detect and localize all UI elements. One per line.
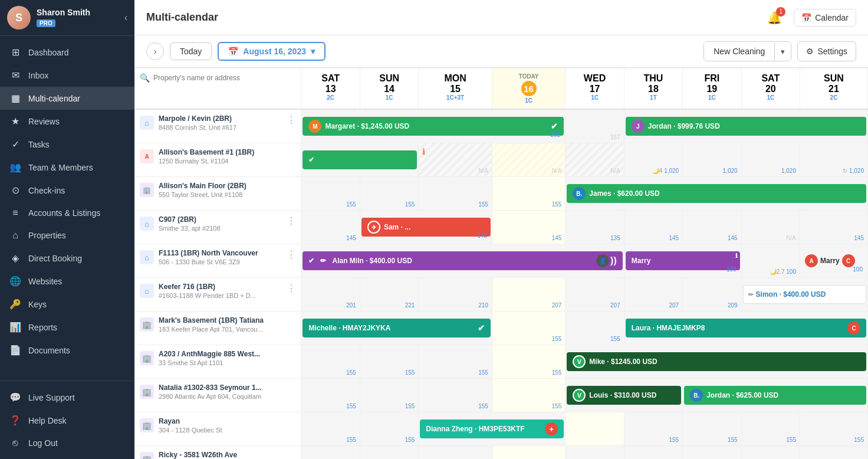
day-cell[interactable]: 155: [360, 412, 418, 446]
day-cell[interactable]: 155: [800, 412, 868, 446]
sidebar-item-reviews[interactable]: ★ Reviews: [0, 110, 134, 133]
day-cell[interactable]: 145: [492, 211, 565, 244]
sidebar-item-inbox[interactable]: ✉ Inbox: [0, 64, 134, 87]
prev-week-button[interactable]: ›: [146, 42, 164, 60]
sidebar-item-multicalendar[interactable]: ▦ Multi-calendar: [0, 87, 134, 110]
sidebar-item-keys[interactable]: 🔑 Keys: [0, 293, 134, 316]
booking-cell[interactable]: ✈ Sam · ... 145: [360, 211, 492, 244]
property-cell[interactable]: 🏢 Mark's Basement (1BR) Tatiana 183 Keef…: [135, 312, 301, 345]
day-cell[interactable]: N/A: [565, 143, 624, 177]
property-search-input[interactable]: [153, 74, 259, 82]
calendar-view-button[interactable]: 📅 Calendar: [794, 9, 856, 27]
booking-cell[interactable]: B. James · $620.00 USD: [565, 177, 868, 211]
day-cell[interactable]: 145: [301, 211, 360, 244]
new-cleaning-dropdown-button[interactable]: ▾: [774, 42, 791, 61]
sidebar-item-tasks[interactable]: ✓ Tasks: [0, 133, 134, 156]
sidebar-collapse-button[interactable]: ‹: [124, 12, 127, 23]
booking-cell[interactable]: ✔ ✏ Alan Miln · $400.00 USD 👤 )): [301, 244, 624, 278]
day-cell[interactable]: 155: [492, 446, 565, 460]
day-cell[interactable]: 155: [565, 312, 624, 345]
day-cell[interactable]: 🌙4 1,020: [624, 143, 682, 177]
calendar-scroll-area[interactable]: 🔍 SAT 13 2C SUN 14 1C: [134, 68, 868, 459]
property-cell[interactable]: ⌂ C907 (2BR) Smithe 33, apt #2108 ⋮: [135, 211, 301, 244]
day-cell[interactable]: 1,020: [683, 143, 741, 177]
property-cell[interactable]: ⌂ Marpole / Kevin (2BR) 8488 Cornish St,…: [135, 109, 301, 143]
property-menu-icon[interactable]: ⋮: [287, 283, 296, 294]
day-cell[interactable]: 155: [419, 177, 492, 211]
day-cell[interactable]: 201: [301, 278, 360, 312]
sidebar-item-helpdesk[interactable]: ❓ Help Desk: [0, 409, 134, 432]
property-menu-icon[interactable]: ⋮: [287, 215, 296, 227]
booking-cell[interactable]: V Mike · $1245.00 USD: [565, 345, 868, 379]
day-cell[interactable]: 155: [419, 446, 492, 460]
day-cell[interactable]: 155: [741, 446, 800, 460]
day-cell[interactable]: 155: [360, 446, 418, 460]
day-cell[interactable]: 155: [565, 446, 624, 460]
booking-cell[interactable]: M Margaret · $1,245.00 USD ✔ 202: [301, 109, 565, 143]
booking-cell[interactable]: B. Jordan · $625.00 USD: [683, 379, 868, 412]
day-cell[interactable]: 210: [419, 278, 492, 312]
sidebar-item-logout[interactable]: ⎋ Log Out: [0, 432, 134, 454]
property-cell[interactable]: 🏢 Rayan 304 - 1128 Quebec St: [135, 412, 301, 446]
property-cell[interactable]: 🏢 Ricky - 3581 W26th Ave 33 Smithe Stree…: [135, 446, 301, 460]
day-cell[interactable]: 155: [683, 412, 741, 446]
sidebar-item-dashboard[interactable]: ⊞ Dashboard: [0, 41, 134, 64]
day-cell[interactable]: 209: [683, 278, 741, 312]
day-cell[interactable]: 155: [360, 345, 418, 379]
day-cell[interactable]: 155: [419, 379, 492, 412]
day-cell[interactable]: 155: [492, 345, 565, 379]
day-cell[interactable]: 1,020: [741, 143, 800, 177]
day-cell[interactable]: 167: [565, 109, 624, 143]
booking-cell[interactable]: ✔: [301, 143, 419, 177]
day-cell[interactable]: 155: [360, 379, 418, 412]
date-picker-button[interactable]: 📅 August 16, 2023 ▾: [218, 42, 326, 61]
day-cell[interactable]: N/A: [492, 143, 565, 177]
sidebar-item-checkins[interactable]: ⊙ Check-ins: [0, 179, 134, 202]
day-cell[interactable]: 155: [624, 446, 682, 460]
booking-cell[interactable]: Dianna Zheng · HM3PE53KTF +: [419, 412, 565, 446]
day-cell[interactable]: 155: [492, 312, 565, 345]
sidebar-item-team[interactable]: 👥 Team & Members: [0, 156, 134, 179]
day-cell[interactable]: 207: [492, 278, 565, 312]
day-cell[interactable]: 155: [360, 177, 418, 211]
settings-button[interactable]: ⚙ Settings: [797, 41, 856, 61]
property-cell[interactable]: 🏢 Natalia #1302-833 Seymour 1... 2980 At…: [135, 379, 301, 412]
day-cell[interactable]: 207: [565, 278, 624, 312]
booking-cell[interactable]: Michelle · HMAY2JKYKA ✔: [301, 312, 492, 345]
day-cell[interactable]: 155: [800, 446, 868, 460]
day-cell[interactable]: 155: [301, 345, 360, 379]
sidebar-item-accounts[interactable]: ≡ Accounts & Listings: [0, 202, 134, 224]
booking-cell[interactable]: A Marry C 100: [800, 244, 868, 278]
day-cell[interactable]: 155: [301, 379, 360, 412]
notification-button[interactable]: 🔔 1: [765, 8, 784, 27]
booking-cell[interactable]: J Jordan · $999.76 USD: [624, 109, 867, 143]
day-cell[interactable]: 155: [419, 345, 492, 379]
day-cell[interactable]: 145: [624, 211, 682, 244]
day-cell[interactable]: 207: [624, 278, 682, 312]
property-cell[interactable]: 🏢 A203 / AnthMaggie 885 West... 33 Smith…: [135, 345, 301, 379]
property-cell[interactable]: ⌂ F1113 (1BR) North Vancouver 506 - 1330…: [135, 244, 301, 278]
day-cell[interactable]: 155: [301, 412, 360, 446]
day-cell[interactable]: 155: [492, 177, 565, 211]
sidebar-item-websites[interactable]: 🌐 Websites: [0, 270, 134, 293]
booking-cell[interactable]: ✏ Simon · $400.00 USD: [741, 278, 867, 312]
day-cell[interactable]: 155: [492, 379, 565, 412]
booking-cell[interactable]: Laura · HMAJEJMKP8 C: [624, 312, 867, 345]
day-cell[interactable]: ℹ N/A: [419, 143, 492, 177]
sidebar-item-properties[interactable]: ⌂ Properties: [0, 224, 134, 247]
day-cell[interactable]: 155: [683, 446, 741, 460]
sidebar-item-directbooking[interactable]: ◈ Direct Booking: [0, 247, 134, 270]
property-menu-icon[interactable]: ⋮: [287, 114, 296, 126]
booking-cell[interactable]: ℹ Marry 100: [624, 244, 741, 278]
day-cell[interactable]: 155: [624, 412, 682, 446]
day-cell[interactable]: [565, 412, 624, 446]
property-menu-icon[interactable]: ⋮: [287, 249, 296, 260]
day-cell[interactable]: 145: [800, 211, 868, 244]
sidebar-item-livesupport[interactable]: 💬 Live Support: [0, 386, 134, 409]
new-cleaning-button[interactable]: New Cleaning: [704, 42, 774, 61]
day-cell[interactable]: 155: [301, 177, 360, 211]
sidebar-item-documents[interactable]: 📄 Documents: [0, 339, 134, 362]
today-button[interactable]: Today: [170, 42, 212, 60]
day-cell[interactable]: ↻ 1,020: [800, 143, 868, 177]
day-cell[interactable]: 145: [683, 211, 741, 244]
